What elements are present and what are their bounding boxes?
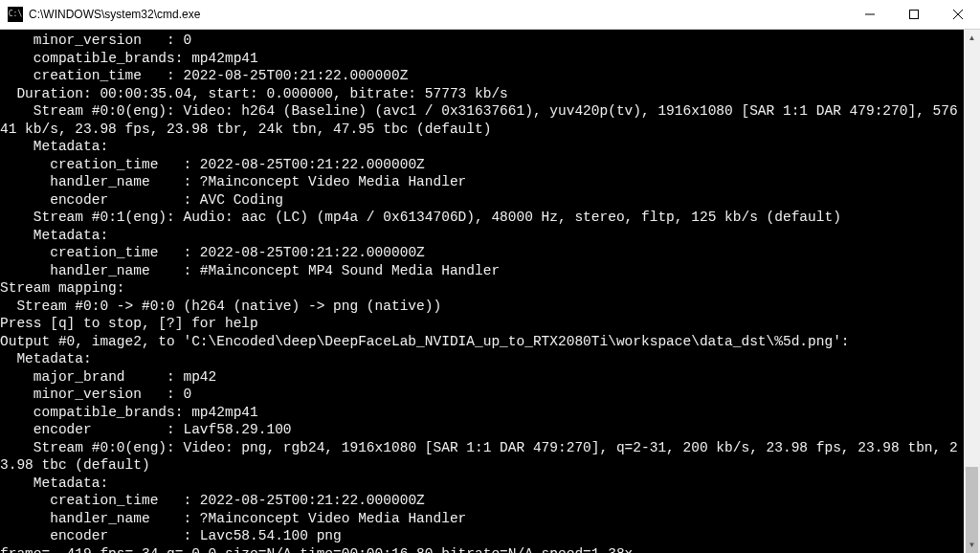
maximize-icon	[909, 10, 919, 19]
terminal-line: minor_version : 0	[0, 386, 964, 404]
scroll-track[interactable]	[964, 46, 980, 537]
terminal-line: Metadata:	[0, 350, 964, 368]
minimize-icon	[865, 10, 875, 19]
terminal-line: Metadata:	[0, 475, 964, 493]
terminal-line: Metadata:	[0, 138, 964, 156]
window-controls	[848, 0, 980, 29]
terminal-line: creation_time : 2022-08-25T00:21:22.0000…	[0, 67, 964, 85]
close-icon	[953, 10, 963, 19]
terminal-line: compatible_brands: mp42mp41	[0, 50, 964, 68]
terminal-line: compatible_brands: mp42mp41	[0, 404, 964, 422]
scroll-up-arrow-icon[interactable]: ▲	[964, 30, 980, 46]
terminal-line: Output #0, image2, to 'C:\Encoded\deep\D…	[0, 333, 964, 351]
terminal-line: Stream #0:0(eng): Video: h264 (Baseline)…	[0, 102, 964, 138]
terminal-line: Duration: 00:00:35.04, start: 0.000000, …	[0, 85, 964, 103]
terminal-line: creation_time : 2022-08-25T00:21:22.0000…	[0, 244, 964, 262]
minimize-button[interactable]	[848, 0, 892, 29]
window-title: C:\WINDOWS\system32\cmd.exe	[29, 8, 848, 21]
terminal-line: handler_name : ?Mainconcept Video Media …	[0, 510, 964, 528]
terminal-line: encoder : Lavf58.29.100	[0, 421, 964, 439]
terminal-line: creation_time : 2022-08-25T00:21:22.0000…	[0, 492, 964, 510]
terminal-output[interactable]: minor_version : 0 compatible_brands: mp4…	[0, 30, 964, 553]
terminal-line: minor_version : 0	[0, 32, 964, 50]
terminal-line: handler_name : ?Mainconcept Video Media …	[0, 173, 964, 191]
cmd-icon-glyph: C:\	[9, 11, 22, 18]
terminal-line: Stream #0:0 -> #0:0 (h264 (native) -> pn…	[0, 298, 964, 316]
svg-rect-1	[910, 11, 919, 19]
terminal-line: Stream #0:0(eng): Video: png, rgb24, 191…	[0, 439, 964, 475]
terminal-area: minor_version : 0 compatible_brands: mp4…	[0, 30, 980, 553]
cmd-window: C:\ C:\WINDOWS\system32\cmd.exe minor_ve…	[0, 0, 980, 553]
cmd-icon: C:\	[8, 7, 23, 22]
terminal-line: Stream #0:1(eng): Audio: aac (LC) (mp4a …	[0, 209, 964, 227]
scrollbar[interactable]: ▲ ▼	[964, 30, 980, 553]
terminal-line: Stream mapping:	[0, 279, 964, 298]
terminal-line: encoder : AVC Coding	[0, 191, 964, 210]
terminal-line: Metadata:	[0, 227, 964, 245]
terminal-line: creation_time : 2022-08-25T00:21:22.0000…	[0, 156, 964, 174]
titlebar[interactable]: C:\ C:\WINDOWS\system32\cmd.exe	[0, 0, 980, 30]
maximize-button[interactable]	[892, 0, 936, 29]
close-button[interactable]	[936, 0, 980, 29]
terminal-line: major_brand : mp42	[0, 368, 964, 387]
scroll-down-arrow-icon[interactable]: ▼	[964, 537, 980, 553]
terminal-line: handler_name : #Mainconcept MP4 Sound Me…	[0, 262, 964, 280]
terminal-line: frame= 419 fps= 34 q=-0.0 size=N/A time=…	[0, 545, 964, 554]
terminal-line: encoder : Lavc58.54.100 png	[0, 527, 964, 545]
terminal-line: Press [q] to stop, [?] for help	[0, 315, 964, 333]
